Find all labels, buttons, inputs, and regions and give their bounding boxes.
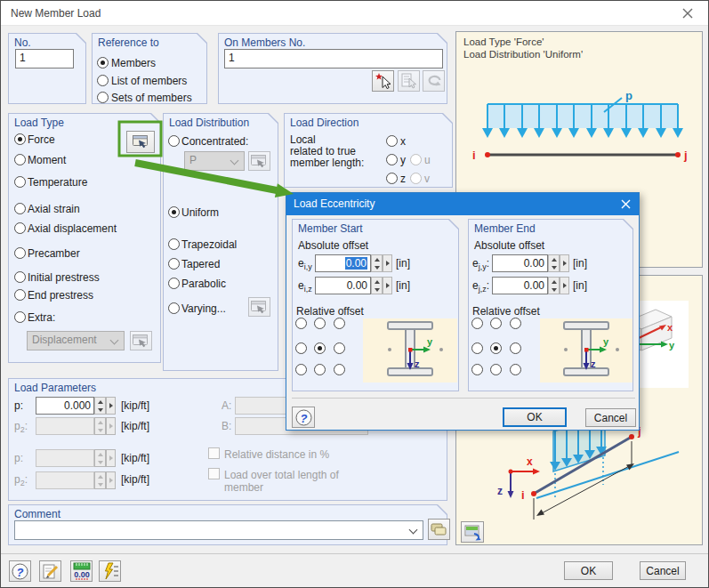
eiz-spinner[interactable]	[371, 277, 383, 294]
on-members-input[interactable]: 1	[224, 49, 443, 68]
comment-apply-button[interactable]	[428, 519, 450, 540]
radio-members[interactable]	[97, 57, 109, 68]
end-offset-center[interactable]	[490, 342, 502, 354]
end-offset-bottom-left[interactable]	[471, 364, 483, 375]
radio-moment[interactable]	[14, 154, 26, 165]
pick-members-button[interactable]	[372, 70, 394, 92]
radio-parabolic[interactable]	[168, 278, 180, 289]
radio-varying[interactable]	[168, 302, 180, 314]
radio-precamber-label[interactable]: Precamber	[28, 247, 80, 260]
revert-button[interactable]	[423, 70, 445, 92]
varying-edit-button[interactable]	[248, 297, 270, 317]
radio-concentrated[interactable]	[168, 135, 180, 147]
start-offset-bottom-center[interactable]	[314, 364, 326, 375]
extra-type-dropdown[interactable]: Displacement	[27, 331, 125, 350]
ejy-input[interactable]: 0.00	[492, 254, 548, 272]
ejy-spinner[interactable]	[548, 254, 560, 272]
radio-trapezoidal[interactable]	[168, 238, 180, 250]
radio-force[interactable]	[14, 133, 26, 145]
eiy-input[interactable]: 0.00	[315, 254, 371, 272]
radio-uniform-label[interactable]: Uniform	[181, 206, 219, 219]
pick-from-list-button[interactable]	[398, 70, 420, 92]
p1-spinner[interactable]	[94, 397, 106, 415]
radio-precamber[interactable]	[14, 247, 26, 259]
edit-comment-button[interactable]	[39, 560, 61, 582]
cancel-button[interactable]: Cancel	[640, 561, 686, 580]
eccentricity-button[interactable]	[126, 131, 155, 153]
eiz-detail-button[interactable]	[383, 277, 392, 294]
close-button[interactable]	[674, 4, 701, 23]
end-offset-bottom-center[interactable]	[490, 364, 502, 375]
radio-initial-prestress-label[interactable]: Initial prestress	[28, 271, 100, 284]
total-length-checkbox[interactable]	[208, 468, 220, 479]
ejz-input[interactable]: 0.00	[492, 277, 548, 294]
start-offset-bottom-left[interactable]	[295, 364, 307, 375]
start-offset-top-left[interactable]	[295, 318, 307, 329]
eccentricity-help-button[interactable]: ?	[292, 407, 315, 428]
radio-uniform[interactable]	[168, 206, 180, 218]
eccentricity-close-button[interactable]	[612, 193, 639, 215]
ejy-detail-button[interactable]	[560, 254, 569, 272]
end-offset-top-right[interactable]	[510, 318, 521, 329]
radio-direction-y[interactable]	[386, 154, 398, 165]
start-offset-top-center[interactable]	[314, 318, 326, 329]
radio-parabolic-label[interactable]: Parabolic	[181, 278, 226, 290]
radio-temperature-label[interactable]: Temperature	[28, 176, 87, 189]
radio-concentrated-label[interactable]: Concentrated:	[181, 135, 248, 148]
radio-moment-label[interactable]: Moment	[28, 154, 66, 166]
radio-direction-z[interactable]	[386, 173, 398, 184]
quick-input-button[interactable]	[99, 560, 121, 582]
help-button[interactable]: ?	[9, 560, 31, 582]
radio-direction-x[interactable]	[386, 135, 398, 147]
radio-members-label[interactable]: Members	[111, 57, 156, 69]
ejz-detail-button[interactable]	[560, 277, 569, 294]
radio-list-of-members[interactable]	[97, 75, 109, 86]
radio-sets-of-members-label[interactable]: Sets of members	[111, 92, 192, 104]
radio-temperature[interactable]	[14, 176, 26, 188]
radio-end-prestress-label[interactable]: End prestress	[28, 289, 93, 302]
radio-list-of-members-label[interactable]: List of members	[111, 75, 187, 87]
p3-detail-button[interactable]	[106, 449, 116, 467]
p2-input[interactable]	[36, 417, 94, 435]
ok-button[interactable]: OK	[564, 561, 613, 580]
eiy-spinner[interactable]	[371, 254, 383, 272]
comment-combobox[interactable]	[14, 520, 423, 540]
p3-input[interactable]	[36, 449, 94, 467]
concentrated-dropdown[interactable]: P	[184, 151, 245, 171]
p4-input[interactable]	[36, 471, 94, 489]
eccentricity-ok-button[interactable]: OK	[503, 407, 567, 427]
end-offset-top-center[interactable]	[490, 318, 502, 329]
radio-tapered-label[interactable]: Tapered	[181, 258, 220, 270]
end-offset-bottom-right[interactable]	[510, 364, 521, 375]
extra-edit-button[interactable]	[130, 331, 152, 350]
radio-axial-strain[interactable]	[14, 203, 26, 214]
p1-detail-button[interactable]	[106, 397, 116, 415]
radio-axial-displacement[interactable]	[14, 222, 26, 234]
p1-input[interactable]: 0.000	[36, 397, 94, 415]
concentrated-edit-button[interactable]	[248, 151, 270, 171]
radio-extra[interactable]	[14, 311, 26, 323]
radio-direction-y-label[interactable]: y	[400, 154, 406, 166]
p2-spinner[interactable]	[94, 417, 106, 435]
relative-distance-checkbox[interactable]	[208, 447, 220, 459]
units-settings-button[interactable]: 0.00	[70, 560, 93, 582]
ejz-spinner[interactable]	[548, 277, 560, 294]
end-offset-mid-left[interactable]	[471, 342, 483, 354]
radio-axial-strain-label[interactable]: Axial strain	[28, 203, 80, 215]
eiy-detail-button[interactable]	[383, 254, 392, 272]
p4-spinner[interactable]	[94, 471, 106, 489]
eccentricity-cancel-button[interactable]: Cancel	[585, 408, 636, 427]
start-offset-top-right[interactable]	[334, 318, 345, 329]
eiz-input[interactable]: 0.00	[315, 277, 371, 294]
radio-trapezoidal-label[interactable]: Trapezoidal	[181, 238, 237, 251]
radio-sets-of-members[interactable]	[97, 92, 109, 103]
start-offset-center[interactable]	[314, 342, 326, 354]
radio-axial-displacement-label[interactable]: Axial displacement	[28, 222, 117, 235]
radio-varying-label[interactable]: Varying...	[181, 302, 226, 315]
radio-tapered[interactable]	[168, 258, 180, 270]
start-offset-bottom-right[interactable]	[334, 364, 345, 375]
start-offset-mid-left[interactable]	[295, 342, 307, 354]
load-number-input[interactable]: 1	[15, 49, 74, 68]
radio-direction-z-label[interactable]: z	[400, 173, 406, 185]
radio-force-label[interactable]: Force	[28, 133, 55, 146]
